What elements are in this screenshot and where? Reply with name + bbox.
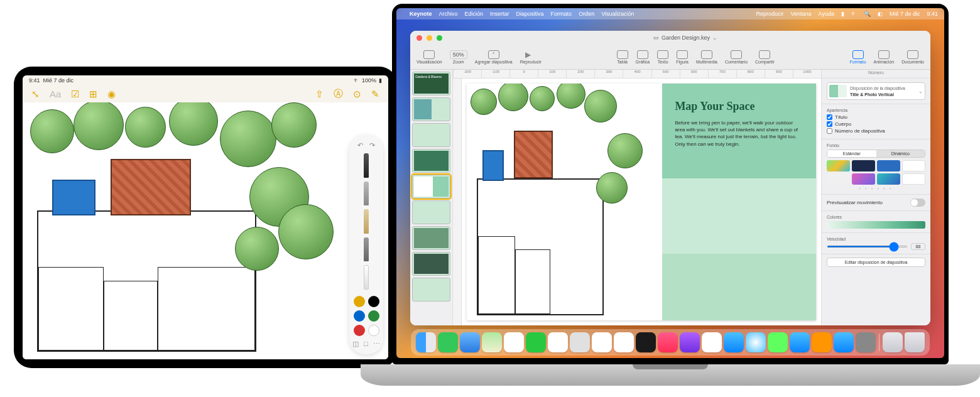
page-dots[interactable]: • • • • • • — [827, 187, 925, 190]
bg-swatch[interactable] — [827, 160, 850, 171]
background-segmented[interactable]: Estándar Dinámico — [827, 150, 925, 158]
dock-numbers[interactable] — [768, 332, 788, 352]
menu-item[interactable]: Edición — [465, 11, 484, 17]
dock-music[interactable] — [658, 332, 678, 352]
dock-reminders[interactable] — [592, 332, 612, 352]
dock-finder[interactable] — [416, 332, 436, 352]
checklist-icon[interactable]: ☑ — [71, 89, 79, 100]
dock-messages[interactable] — [438, 332, 458, 352]
slide[interactable]: Map Your Space Before we bring pen to pa… — [467, 84, 816, 320]
table-icon[interactable]: ⊞ — [89, 89, 97, 100]
slide-body[interactable]: Before we bring pen to paper, we'll walk… — [675, 119, 803, 148]
menu-item[interactable]: Archivo — [439, 11, 458, 17]
dock-maps[interactable] — [482, 332, 502, 352]
slide-image[interactable] — [467, 84, 662, 320]
slide-thumb[interactable] — [412, 200, 450, 224]
dock-tv[interactable] — [636, 332, 656, 352]
dock-settings[interactable] — [856, 332, 876, 352]
text-button[interactable]: Texto — [657, 50, 668, 64]
preview-motion-toggle[interactable] — [910, 198, 925, 207]
dock-contacts[interactable] — [570, 332, 590, 352]
bg-swatch[interactable] — [852, 173, 875, 185]
bg-swatch[interactable] — [877, 160, 900, 171]
share-button[interactable]: Compartir — [755, 50, 775, 64]
play-button[interactable]: ▶Reproducir — [520, 50, 542, 64]
control-center-icon[interactable]: ◐ — [878, 11, 883, 17]
markup-icon[interactable]: Ⓐ — [334, 88, 343, 100]
dock-downloads[interactable] — [883, 332, 903, 352]
speed-slider[interactable] — [827, 246, 908, 247]
shapes-icon[interactable]: ◫ — [352, 340, 359, 348]
menu-item[interactable]: Orden — [579, 11, 594, 17]
wifi-icon[interactable]: ᯤ — [851, 11, 857, 17]
dock-podcasts[interactable] — [680, 332, 700, 352]
camera-icon[interactable]: ◉ — [107, 89, 116, 100]
view-button[interactable]: Visualización — [416, 50, 442, 64]
zoom-button[interactable]: 50%Zoom — [450, 50, 467, 64]
bg-swatch[interactable] — [827, 173, 850, 185]
app-name[interactable]: Keynote — [410, 11, 432, 17]
dock-keynote[interactable] — [790, 332, 810, 352]
dock-safari[interactable] — [746, 332, 766, 352]
menu-item[interactable]: Ayuda — [819, 11, 834, 17]
ipad-canvas[interactable]: ↶ ↷ ◫ □ ⋯ — [23, 102, 388, 359]
dock-mail[interactable] — [460, 332, 480, 352]
slide-navigator[interactable]: Gardens & Blooms — [410, 70, 453, 325]
chevron-down-icon[interactable]: ⌄ — [712, 35, 717, 41]
font-icon[interactable]: Aa — [50, 89, 61, 99]
minimize-button[interactable] — [427, 35, 432, 41]
dock-appstore[interactable] — [724, 332, 744, 352]
dock-app[interactable] — [834, 332, 854, 352]
menubar-date[interactable]: Mié 7 de dic — [890, 11, 920, 17]
comment-button[interactable]: Comentario — [725, 50, 748, 64]
share-icon[interactable]: ⇧ — [315, 89, 324, 100]
document-button[interactable]: Documento — [901, 50, 924, 64]
slide-title[interactable]: Map Your Space — [675, 100, 803, 113]
search-icon[interactable]: 🔍 — [864, 11, 871, 17]
menu-item[interactable]: Reproducir — [756, 11, 784, 17]
close-button[interactable] — [416, 35, 422, 41]
dock-notes[interactable] — [614, 332, 634, 352]
slide-text-pane[interactable]: Map Your Space Before we bring pen to pa… — [662, 84, 816, 320]
menu-item[interactable]: Visualización — [601, 11, 634, 17]
zoom-button[interactable] — [437, 35, 442, 41]
slide-thumb[interactable]: Gardens & Blooms — [412, 72, 450, 95]
slide-thumb[interactable] — [412, 278, 450, 302]
add-slide-button[interactable]: +Agregar diapositiva — [475, 50, 513, 64]
format-button[interactable]: Formato — [849, 50, 866, 64]
slidenum-checkbox[interactable]: Número de diapositiva — [827, 128, 925, 134]
media-button[interactable]: Multimedia — [696, 50, 717, 64]
dock-news[interactable] — [702, 332, 722, 352]
dock-calendar[interactable] — [548, 332, 568, 352]
dock-photos[interactable] — [504, 332, 524, 352]
body-checkbox[interactable]: Cuerpo — [827, 121, 925, 127]
bg-swatch[interactable] — [852, 160, 875, 171]
menu-item[interactable]: Diapositiva — [516, 11, 544, 17]
chart-button[interactable]: Gráfica — [636, 50, 650, 64]
bg-swatch[interactable] — [877, 173, 900, 185]
mac-dock[interactable] — [411, 329, 930, 356]
dock-facetime[interactable] — [526, 332, 546, 352]
collapse-icon[interactable]: ⤡ — [31, 89, 40, 100]
speed-value[interactable]: 88 — [911, 243, 925, 250]
edit-layout-button[interactable]: Editar disposición de diapositiva — [827, 258, 925, 267]
slide-thumb[interactable] — [412, 252, 450, 276]
bg-swatch[interactable] — [902, 173, 925, 185]
menu-item[interactable]: Formato — [551, 11, 572, 17]
slide-thumb[interactable] — [412, 149, 450, 173]
title-checkbox[interactable]: Título — [827, 114, 925, 120]
menu-item[interactable]: Ventana — [791, 11, 812, 17]
slide-thumb-selected[interactable] — [412, 175, 450, 198]
slide-thumb[interactable] — [412, 226, 450, 250]
slide-layout-picker[interactable]: Disposición de la diapositiva Title & Ph… — [827, 82, 925, 100]
animate-button[interactable]: Animación — [874, 50, 895, 64]
table-button[interactable]: Tabla — [617, 50, 628, 64]
shape-button[interactable]: Figura — [676, 50, 689, 64]
menu-item[interactable]: Insertar — [490, 11, 509, 17]
colors-gradient[interactable] — [827, 221, 925, 229]
slide-thumb[interactable] — [412, 97, 450, 121]
bg-swatch[interactable] — [902, 160, 925, 171]
slide-thumb[interactable] — [412, 123, 450, 147]
menubar-time[interactable]: 9:41 — [927, 11, 938, 17]
dock-trash[interactable] — [905, 332, 925, 352]
